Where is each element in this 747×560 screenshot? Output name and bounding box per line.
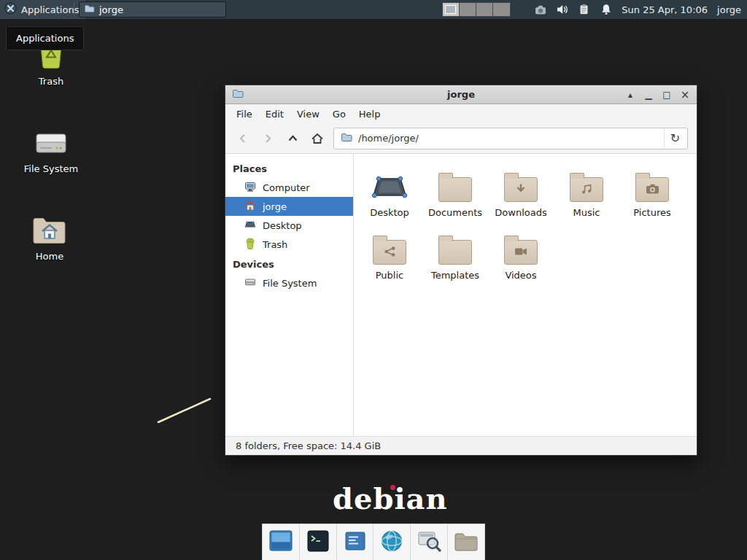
dock-item-web-browser[interactable] <box>374 524 411 560</box>
dock-item-show-desktop[interactable] <box>263 524 300 560</box>
folder-item-label: Documents <box>428 207 482 218</box>
menu-go[interactable]: Go <box>326 106 352 122</box>
refresh-button[interactable]: ↻ <box>664 129 686 148</box>
devices-header: Devices <box>225 254 353 273</box>
menubar: File Edit View Go Help <box>225 104 697 123</box>
maximize-button[interactable]: □ <box>662 86 672 104</box>
folder-item-pictures[interactable]: Pictures <box>619 164 685 218</box>
desktop-icon-label: Home <box>36 251 63 262</box>
computer-icon <box>244 181 256 195</box>
sidebar-item-label: Desktop <box>263 220 302 231</box>
taskbar-button[interactable]: jorge <box>79 1 226 18</box>
debian-swirl-dot <box>390 485 395 490</box>
sidebar-item-computer[interactable]: Computer <box>225 178 353 197</box>
workspace-switcher <box>442 2 511 17</box>
folder-icon <box>570 177 603 202</box>
user-applet[interactable]: jorge <box>717 4 741 15</box>
home-folder-icon <box>32 210 67 245</box>
folder-item-label: Music <box>573 207 600 218</box>
top-panel: Applications jorge Sun 25 Apr, 10:06 jor… <box>0 0 747 19</box>
shade-button[interactable]: ▴ <box>625 86 635 104</box>
home-button[interactable] <box>309 129 326 148</box>
notifications-icon[interactable] <box>600 4 612 16</box>
sidebar-item-jorge[interactable]: jorge <box>225 197 353 216</box>
folder-icon <box>438 240 472 265</box>
volume-icon[interactable] <box>556 4 568 16</box>
workspace-3[interactable] <box>476 3 493 16</box>
dock-item-terminal[interactable] <box>300 524 337 560</box>
app-finder-icon <box>417 529 441 556</box>
applications-menu-icon <box>4 2 17 17</box>
close-button[interactable]: × <box>680 86 690 104</box>
panel-separator <box>74 3 74 16</box>
sidebar-item-file-system[interactable]: File System <box>225 273 353 292</box>
folder-item-label: Downloads <box>495 207 546 218</box>
desktop-special-icon <box>372 167 407 202</box>
menu-help[interactable]: Help <box>352 106 387 122</box>
folder-item-label: Pictures <box>633 207 670 218</box>
folder-item-documents[interactable]: Documents <box>422 164 488 218</box>
video-emblem-icon <box>514 246 527 259</box>
pointer-line <box>156 397 213 427</box>
desktop-icon-home[interactable]: Home <box>13 210 86 262</box>
sidebar-item-desktop[interactable]: Desktop <box>225 216 353 235</box>
show-desktop-icon <box>268 529 293 556</box>
sidebar-item-label: Computer <box>263 182 310 193</box>
desktop-icon <box>244 219 256 233</box>
drive-icon <box>34 122 68 158</box>
workspace-1[interactable] <box>443 3 460 16</box>
folder-item-public[interactable]: Public <box>357 227 422 281</box>
workspace-2[interactable] <box>460 3 476 16</box>
file-manager-window: jorge ▴ ▁ □ × File Edit View Go Help <box>225 85 697 456</box>
clipboard-icon[interactable] <box>578 4 590 16</box>
statusbar: 8 folders, Free space: 14.4 GiB <box>225 436 697 455</box>
window-body: Places Computer jorge Desktop <box>225 154 697 436</box>
camera-emblem-icon <box>646 183 659 197</box>
xterm-icon <box>344 530 367 555</box>
back-button[interactable] <box>234 129 252 148</box>
folder-item-desktop[interactable]: Desktop <box>357 164 422 218</box>
screenshot-icon[interactable] <box>534 4 546 16</box>
minimize-button[interactable]: ▁ <box>643 86 654 104</box>
up-button[interactable] <box>284 129 301 148</box>
menu-view[interactable]: View <box>290 106 326 122</box>
folder-item-downloads[interactable]: Downloads <box>488 164 554 218</box>
share-emblem-icon <box>384 246 396 260</box>
home-icon <box>244 200 256 214</box>
folder-view: Desktop Documents Downloads <box>354 154 697 436</box>
folder-item-label: Videos <box>505 270 536 281</box>
dock-item-xterm[interactable] <box>337 524 374 560</box>
folder-item-music[interactable]: Music <box>554 164 619 218</box>
terminal-icon <box>306 529 330 556</box>
folder-icon <box>373 240 406 265</box>
workspace-4[interactable] <box>493 3 510 16</box>
applications-tooltip: Applications <box>6 26 84 50</box>
location-bar-input[interactable] <box>358 133 658 144</box>
sidebar-item-label: jorge <box>263 201 287 212</box>
dock-item-application-finder[interactable] <box>411 524 448 560</box>
folder-icon <box>84 4 95 15</box>
folder-item-label: Public <box>376 270 403 281</box>
folder-item-templates[interactable]: Templates <box>422 227 488 281</box>
folder-icon <box>341 131 352 145</box>
statusbar-text: 8 folders, Free space: 14.4 GiB <box>236 440 381 451</box>
menu-file[interactable]: File <box>230 106 259 122</box>
forward-button[interactable] <box>259 129 276 148</box>
folder-item-label: Desktop <box>370 207 409 218</box>
trash-icon <box>244 238 256 252</box>
folder-icon <box>635 177 669 202</box>
menu-edit[interactable]: Edit <box>259 106 290 122</box>
location-bar[interactable]: ↻ <box>333 128 688 149</box>
download-emblem-icon <box>514 183 527 196</box>
sidebar: Places Computer jorge Desktop <box>225 154 354 436</box>
window-titlebar[interactable]: jorge ▴ ▁ □ × <box>225 85 697 104</box>
places-header: Places <box>225 158 353 178</box>
clock[interactable]: Sun 25 Apr, 10:06 <box>622 4 708 15</box>
dock <box>262 524 485 560</box>
browser-globe-icon <box>380 529 403 556</box>
sidebar-item-trash[interactable]: Trash <box>225 235 353 254</box>
dock-item-file-manager[interactable] <box>448 524 484 560</box>
desktop-icon-file-system[interactable]: File System <box>15 122 88 174</box>
folder-icon <box>454 530 479 555</box>
folder-item-videos[interactable]: Videos <box>488 227 554 281</box>
